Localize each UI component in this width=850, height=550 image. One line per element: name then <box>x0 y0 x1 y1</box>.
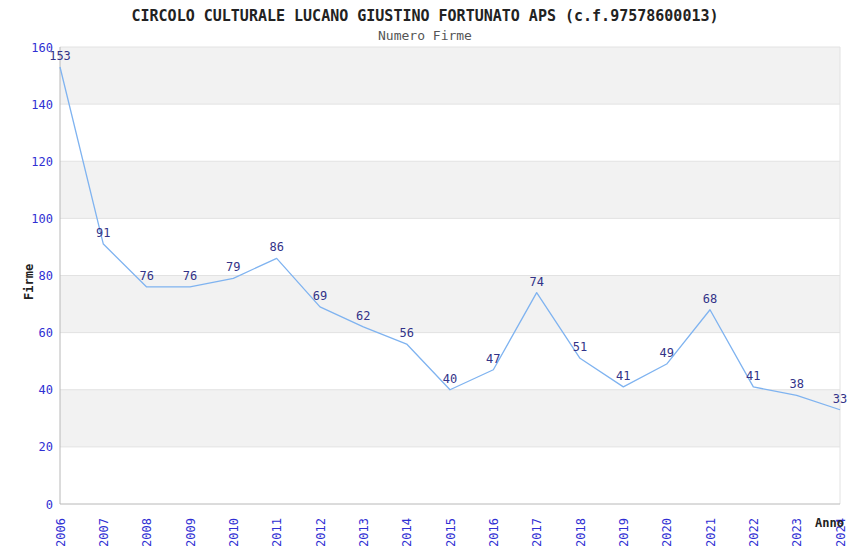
series-line <box>60 67 840 410</box>
x-tick-label: 2017 <box>530 518 544 547</box>
x-tick-label: 2006 <box>54 518 68 547</box>
data-label: 74 <box>529 275 543 289</box>
x-tick-label: 2023 <box>790 518 804 547</box>
x-tick-label: 2013 <box>357 518 371 547</box>
data-label: 41 <box>746 369 760 383</box>
x-axis-title: Anno <box>815 516 844 530</box>
data-label: 41 <box>616 369 630 383</box>
data-label: 153 <box>49 49 71 63</box>
y-tick-label: 100 <box>31 212 53 226</box>
x-tick-label: 2010 <box>227 518 241 547</box>
y-tick-label: 60 <box>39 326 53 340</box>
data-label: 56 <box>399 326 413 340</box>
y-tick-label: 20 <box>39 440 53 454</box>
data-label: 47 <box>486 352 500 366</box>
plot-band <box>60 390 840 447</box>
plot-band <box>60 276 840 333</box>
x-tick-label: 2007 <box>97 518 111 547</box>
x-tick-label: 2018 <box>574 518 588 547</box>
plot-band <box>60 161 840 218</box>
data-label: 79 <box>226 260 240 274</box>
x-tick-label: 2016 <box>487 518 501 547</box>
data-label: 86 <box>269 240 283 254</box>
x-tick-label: 2019 <box>617 518 631 547</box>
y-tick-label: 40 <box>39 383 53 397</box>
x-tick-label: 2014 <box>400 518 414 547</box>
data-label: 76 <box>183 269 197 283</box>
x-tick-label: 2021 <box>704 518 718 547</box>
y-tick-label: 140 <box>31 98 53 112</box>
data-label: 91 <box>96 226 110 240</box>
line-chart: 0204060801001201401602006200720082009201… <box>0 0 850 550</box>
data-label: 62 <box>356 309 370 323</box>
chart-page: CIRCOLO CULTURALE LUCANO GIUSTINO FORTUN… <box>0 0 850 550</box>
y-tick-label: 120 <box>31 155 53 169</box>
data-label: 69 <box>313 289 327 303</box>
x-tick-label: 2011 <box>270 518 284 547</box>
x-tick-label: 2020 <box>660 518 674 547</box>
data-label: 33 <box>833 392 847 406</box>
data-label: 40 <box>443 372 457 386</box>
x-tick-label: 2022 <box>747 518 761 547</box>
y-axis-title: Firme <box>22 264 36 300</box>
x-tick-label: 2009 <box>184 518 198 547</box>
x-tick-label: 2008 <box>140 518 154 547</box>
x-tick-label: 2015 <box>444 518 458 547</box>
data-label: 38 <box>789 377 803 391</box>
x-tick-label: 2012 <box>314 518 328 547</box>
data-label: 76 <box>139 269 153 283</box>
data-label: 49 <box>659 346 673 360</box>
data-label: 51 <box>573 340 587 354</box>
y-tick-label: 0 <box>46 498 53 512</box>
data-label: 68 <box>703 292 717 306</box>
plot-band <box>60 47 840 104</box>
y-tick-label: 80 <box>39 269 53 283</box>
